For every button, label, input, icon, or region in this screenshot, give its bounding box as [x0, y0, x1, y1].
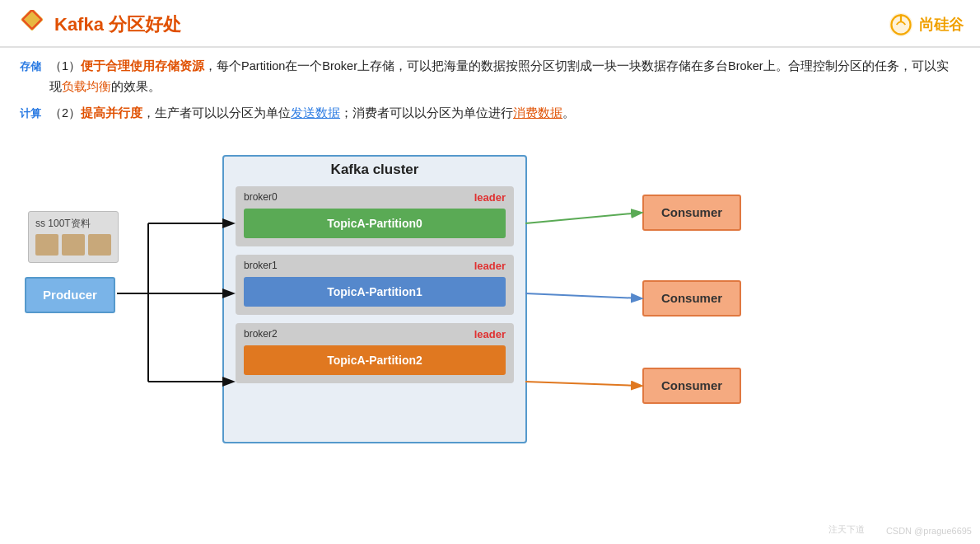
highlight-send: 发送数据	[291, 106, 340, 120]
kafka-cluster-title: Kafka cluster	[224, 157, 525, 186]
broker-leader-2: leader	[474, 328, 506, 340]
broker-header-1: broker1 leader	[244, 260, 506, 272]
consumer-box-2: Consumer	[642, 368, 741, 404]
brand-icon	[888, 12, 914, 38]
broker-label-1: broker1	[244, 260, 278, 271]
broker-box-1: broker1 leader TopicA-Partition1	[236, 255, 514, 315]
logo-icon	[16, 10, 46, 40]
header: Kafka 分区好处 尚硅谷	[0, 0, 980, 48]
broker-leader-0: leader	[474, 191, 506, 204]
paragraph-compute: 计算 （2）提高并行度，生产者可以以分区为单位发送数据；消费者可以以分区为单位进…	[20, 103, 960, 124]
kafka-cluster: Kafka cluster broker0 leader TopicA-Part…	[222, 155, 527, 443]
svg-line-17	[525, 382, 641, 386]
diagram-area: ss 100T资料 Producer Kafka cluster broker0…	[16, 138, 964, 468]
storage-area: ss 100T资料	[28, 211, 119, 263]
header-left: Kafka 分区好处	[16, 10, 181, 40]
storage-box-3	[88, 234, 111, 256]
partition-label-0: TopicA-Partition0	[327, 217, 422, 230]
brand-logo: 尚硅谷	[888, 12, 964, 38]
storage-boxes	[35, 234, 111, 256]
content-area: 存储 （1）便于合理使用存储资源，每个Partition在一个Broker上存储…	[0, 48, 980, 135]
partition-label-1: TopicA-Partition1	[327, 285, 422, 298]
broker-label-2: broker2	[244, 328, 278, 340]
paragraph-label-storage: 存储	[20, 56, 49, 76]
paragraph-text-storage: （1）便于合理使用存储资源，每个Partition在一个Broker上存储，可以…	[49, 56, 960, 96]
storage-label: ss 100T资料	[35, 217, 111, 231]
highlight-consume: 消费数据	[513, 106, 562, 120]
consumer-box-1: Consumer	[642, 280, 741, 317]
svg-line-16	[525, 293, 641, 298]
brand-name: 尚硅谷	[919, 15, 964, 35]
broker-header-0: broker0 leader	[244, 191, 506, 204]
storage-box-2	[62, 234, 85, 256]
producer-box: Producer	[25, 277, 115, 313]
storage-box-1	[35, 234, 58, 256]
watermark-csdn: CSDN @prague6695	[886, 526, 972, 536]
consumer-label-0: Consumer	[661, 205, 722, 219]
broker-label-0: broker0	[244, 191, 278, 203]
partition-box-0: TopicA-Partition0	[244, 209, 506, 238]
broker-header-2: broker2 leader	[244, 328, 506, 340]
paragraph-label-compute: 计算	[20, 103, 49, 123]
bold-text-parallel: 提高并行度	[81, 106, 142, 120]
consumer-label-2: Consumer	[661, 378, 722, 392]
page-title: Kafka 分区好处	[54, 12, 181, 37]
svg-line-15	[525, 213, 641, 223]
consumer-label-1: Consumer	[661, 291, 722, 305]
partition-label-2: TopicA-Partition2	[327, 354, 422, 367]
partition-box-1: TopicA-Partition1	[244, 277, 506, 307]
producer-label: Producer	[43, 288, 97, 302]
broker-box-0: broker0 leader TopicA-Partition0	[236, 186, 514, 246]
bold-text-storage: 便于合理使用存储资源	[81, 59, 204, 73]
paragraph-storage: 存储 （1）便于合理使用存储资源，每个Partition在一个Broker上存储…	[20, 56, 960, 96]
broker-box-2: broker2 leader TopicA-Partition2	[236, 323, 514, 383]
consumer-box-0: Consumer	[642, 195, 741, 231]
paragraph-text-compute: （2）提高并行度，生产者可以以分区为单位发送数据；消费者可以以分区为单位进行消费…	[49, 103, 960, 124]
partition-box-2: TopicA-Partition2	[244, 345, 506, 375]
watermark-text: 注天下道	[828, 523, 865, 536]
highlight-load-balance: 负载均衡	[62, 80, 111, 93]
broker-leader-1: leader	[474, 260, 506, 272]
storage-container: ss 100T资料	[28, 211, 119, 263]
